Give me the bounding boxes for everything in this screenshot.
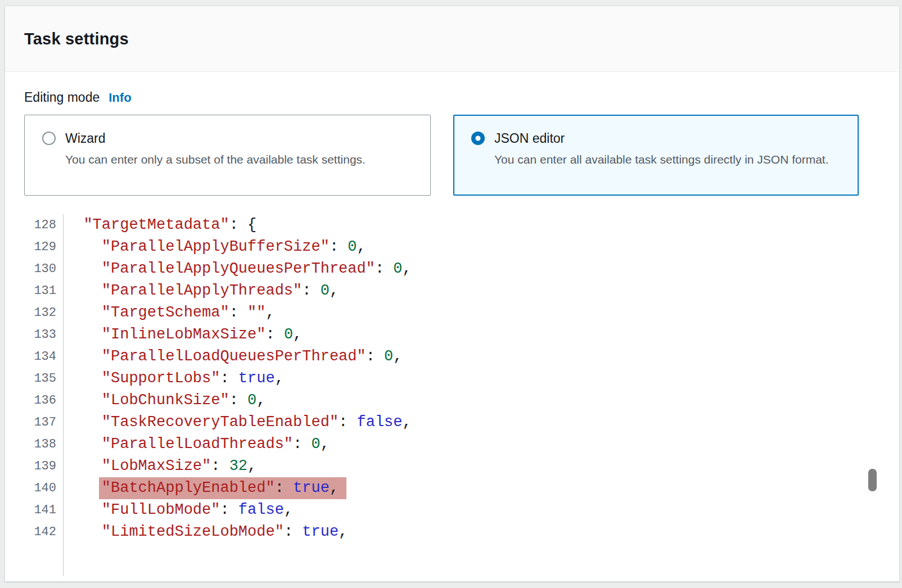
token-punct: , [256, 392, 265, 409]
token-punct: , [339, 523, 348, 540]
editor-code[interactable]: "TargetMetadata": { "ParallelApplyBuffer… [65, 214, 865, 576]
gutter-line-number: 142 [24, 521, 63, 543]
highlighted-code-span: "BatchApplyEnabled": true, [99, 477, 346, 499]
code-line-133[interactable]: "InlineLobMaxSize": 0, [65, 324, 865, 346]
code-line-142[interactable]: "LimitedSizeLobMode": true, [65, 521, 865, 543]
token-punct: , [284, 501, 293, 518]
token-key: "LobChunkSize" [102, 392, 229, 409]
page-title: Task settings [24, 30, 129, 48]
token-punct: : [302, 282, 320, 299]
token-punct: : [366, 348, 384, 365]
gutter-line-number: 136 [24, 390, 63, 411]
token-punct: : [220, 370, 238, 387]
token-punct: , [247, 458, 256, 474]
token-punct: : [265, 326, 283, 343]
token-str: "" [247, 304, 265, 321]
code-line-132[interactable]: "TargetSchema": "", [65, 302, 865, 324]
token-key: "ParallelLoadThreads" [102, 436, 293, 453]
code-line-131[interactable]: "ParallelApplyThreads": 0, [65, 280, 865, 302]
token-punct: : [229, 304, 247, 321]
token-punct: : [220, 501, 238, 518]
token-key: "LimitedSizeLobMode" [102, 523, 284, 540]
info-link[interactable]: Info [109, 91, 131, 105]
code-line-141[interactable]: "FullLobMode": false, [65, 499, 865, 521]
token-punct: , [357, 238, 366, 255]
token-punct: , [393, 348, 402, 365]
token-key: "SupportLobs" [102, 370, 220, 387]
gutter-line-number: 137 [24, 411, 63, 433]
editing-mode-label: Editing mode [24, 90, 100, 105]
gutter-line-number: 129 [24, 236, 63, 258]
wizard-description: You can enter only a subset of the avail… [65, 150, 366, 169]
token-num: 0 [321, 282, 330, 299]
gutter-line-number: 141 [24, 499, 63, 521]
gutter-line-number: 134 [24, 346, 63, 368]
token-bool: false [238, 501, 284, 518]
editing-mode-row: Editing mode Info [24, 90, 880, 105]
token-punct: , [403, 414, 412, 431]
code-line-128[interactable]: "TargetMetadata": { [65, 214, 865, 236]
gutter-line-number: 135 [24, 368, 63, 390]
token-key: "ParallelApplyQueuesPerThread" [102, 260, 375, 277]
tile-json-editor[interactable]: JSON editor You can enter all available … [453, 115, 859, 196]
code-line-138[interactable]: "ParallelLoadThreads": 0, [65, 433, 865, 455]
code-line-134[interactable]: "ParallelLoadQueuesPerThread": 0, [65, 346, 865, 368]
token-punct: , [330, 282, 339, 299]
token-key: "ParallelLoadQueuesPerThread" [102, 348, 366, 365]
token-punct: , [330, 480, 339, 496]
gutter-line-number: 138 [24, 433, 63, 455]
wizard-tile-text: Wizard You can enter only a subset of th… [65, 130, 366, 169]
json-editor-label: JSON editor [494, 130, 829, 147]
code-line-136[interactable]: "LobChunkSize": 0, [65, 390, 865, 411]
token-punct: : [284, 523, 302, 540]
code-line-130[interactable]: "ParallelApplyQueuesPerThread": 0, [65, 258, 865, 280]
token-punct: , [265, 304, 274, 321]
json-editor-area[interactable]: 1281291301311321331341351361371381391401… [24, 214, 877, 576]
json-editor-radio-button[interactable] [471, 132, 485, 145]
token-bool: false [357, 414, 403, 431]
token-punct: : [339, 414, 357, 431]
tile-wizard[interactable]: Wizard You can enter only a subset of th… [24, 115, 431, 196]
token-punct: : [275, 480, 293, 496]
token-key: "InlineLobMaxSize" [102, 326, 266, 343]
token-key: "LobMaxSize" [102, 458, 211, 474]
token-punct: : { [229, 216, 257, 233]
token-num: 0 [393, 260, 402, 277]
code-line-129[interactable]: "ParallelApplyBufferSize": 0, [65, 236, 865, 258]
gutter-line-number: 131 [24, 280, 63, 302]
panel-body: Editing mode Info Wizard You can enter o… [5, 72, 899, 576]
token-key: "ParallelApplyBufferSize" [102, 238, 330, 255]
code-line-139[interactable]: "LobMaxSize": 32, [65, 455, 865, 477]
code-line-135[interactable]: "SupportLobs": true, [65, 368, 865, 390]
code-line-137[interactable]: "TaskRecoveryTableEnabled": false, [65, 411, 865, 433]
panel-header: Task settings [5, 6, 899, 72]
json-editor-tile-text: JSON editor You can enter all available … [494, 130, 829, 169]
json-editor-description: You can enter all available task setting… [494, 150, 829, 169]
token-key: "FullLobMode" [102, 501, 220, 518]
token-punct: , [403, 260, 412, 277]
gutter-line-number: 130 [24, 258, 63, 280]
token-bool: true [302, 523, 339, 540]
gutter-line-number: 132 [24, 302, 63, 324]
gutter-line-number: 140 [24, 477, 63, 499]
token-punct: , [321, 436, 330, 453]
token-num: 32 [229, 458, 247, 474]
token-num: 0 [384, 348, 393, 365]
token-bool: true [238, 370, 275, 387]
code-line-140[interactable]: "BatchApplyEnabled": true, [65, 477, 865, 499]
token-punct: : [229, 392, 247, 409]
token-punct: : [293, 436, 311, 453]
token-punct: , [293, 326, 302, 343]
token-key: "TargetMetadata" [83, 216, 229, 233]
editing-mode-tiles: Wizard You can enter only a subset of th… [24, 115, 880, 196]
editor-gutter: 1281291301311321331341351361371381391401… [24, 214, 64, 576]
editor-scrollbar-thumb[interactable] [868, 469, 877, 491]
token-punct: : [375, 260, 393, 277]
gutter-line-number: 128 [24, 214, 63, 236]
token-punct: : [330, 238, 348, 255]
token-key: "ParallelApplyThreads" [102, 282, 302, 299]
wizard-radio-button[interactable] [42, 132, 56, 145]
token-num: 0 [311, 436, 320, 453]
gutter-line-number: 139 [24, 455, 63, 477]
task-settings-panel: Task settings Editing mode Info Wizard Y… [4, 6, 900, 582]
